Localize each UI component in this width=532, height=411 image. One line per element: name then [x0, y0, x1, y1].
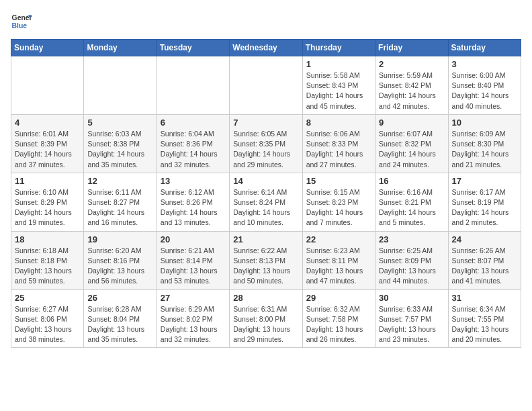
calendar-table: SundayMondayTuesdayWednesdayThursdayFrid…	[11, 39, 521, 348]
calendar-cell: 6Sunrise: 6:04 AM Sunset: 8:36 PM Daylig…	[157, 114, 229, 173]
day-detail: Sunrise: 6:25 AM Sunset: 8:09 PM Dayligh…	[379, 246, 444, 287]
calendar-cell: 1Sunrise: 5:58 AM Sunset: 8:43 PM Daylig…	[302, 56, 375, 115]
calendar-cell: 19Sunrise: 6:20 AM Sunset: 8:16 PM Dayli…	[84, 231, 157, 289]
calendar-cell: 28Sunrise: 6:31 AM Sunset: 8:00 PM Dayli…	[230, 289, 302, 348]
day-detail: Sunrise: 5:59 AM Sunset: 8:42 PM Dayligh…	[379, 71, 444, 111]
day-detail: Sunrise: 6:14 AM Sunset: 8:24 PM Dayligh…	[233, 187, 298, 228]
calendar-cell: 20Sunrise: 6:21 AM Sunset: 8:14 PM Dayli…	[157, 231, 229, 289]
day-detail: Sunrise: 6:04 AM Sunset: 8:36 PM Dayligh…	[161, 129, 226, 170]
calendar-week-3: 11Sunrise: 6:10 AM Sunset: 8:29 PM Dayli…	[11, 173, 521, 231]
day-number: 3	[452, 59, 517, 69]
day-number: 6	[161, 118, 226, 128]
calendar-week-1: 1Sunrise: 5:58 AM Sunset: 8:43 PM Daylig…	[11, 56, 521, 115]
day-number: 24	[452, 234, 517, 244]
day-detail: Sunrise: 6:18 AM Sunset: 8:18 PM Dayligh…	[15, 246, 80, 287]
day-detail: Sunrise: 6:06 AM Sunset: 8:33 PM Dayligh…	[306, 129, 371, 170]
day-detail: Sunrise: 6:17 AM Sunset: 8:19 PM Dayligh…	[452, 187, 517, 228]
day-number: 29	[306, 293, 371, 303]
day-number: 28	[233, 293, 298, 303]
day-number: 5	[87, 118, 152, 128]
day-number: 31	[452, 293, 517, 303]
day-number: 15	[306, 176, 371, 186]
calendar-cell: 12Sunrise: 6:11 AM Sunset: 8:27 PM Dayli…	[84, 173, 157, 231]
calendar-cell: 7Sunrise: 6:05 AM Sunset: 8:35 PM Daylig…	[230, 114, 302, 173]
svg-text:Blue: Blue	[12, 22, 28, 30]
day-detail: Sunrise: 6:01 AM Sunset: 8:39 PM Dayligh…	[15, 129, 80, 170]
day-number: 4	[15, 118, 80, 128]
calendar-cell: 17Sunrise: 6:17 AM Sunset: 8:19 PM Dayli…	[448, 173, 521, 231]
calendar-cell: 8Sunrise: 6:06 AM Sunset: 8:33 PM Daylig…	[302, 114, 375, 173]
day-number: 26	[87, 293, 152, 303]
day-detail: Sunrise: 6:11 AM Sunset: 8:27 PM Dayligh…	[87, 187, 152, 228]
day-detail: Sunrise: 6:32 AM Sunset: 7:58 PM Dayligh…	[306, 304, 371, 345]
calendar-cell	[157, 56, 229, 115]
day-detail: Sunrise: 6:34 AM Sunset: 7:55 PM Dayligh…	[452, 304, 517, 345]
calendar-week-4: 18Sunrise: 6:18 AM Sunset: 8:18 PM Dayli…	[11, 231, 521, 289]
calendar-cell: 21Sunrise: 6:22 AM Sunset: 8:13 PM Dayli…	[230, 231, 302, 289]
day-detail: Sunrise: 6:31 AM Sunset: 8:00 PM Dayligh…	[233, 304, 298, 345]
calendar-cell: 29Sunrise: 6:32 AM Sunset: 7:58 PM Dayli…	[302, 289, 375, 348]
calendar-cell: 27Sunrise: 6:29 AM Sunset: 8:02 PM Dayli…	[157, 289, 229, 348]
day-number: 18	[15, 234, 80, 244]
calendar-cell: 25Sunrise: 6:27 AM Sunset: 8:06 PM Dayli…	[11, 289, 84, 348]
day-number: 2	[379, 59, 444, 69]
day-detail: Sunrise: 6:26 AM Sunset: 8:07 PM Dayligh…	[452, 246, 517, 287]
logo-icon: General Blue	[11, 11, 32, 32]
day-number: 10	[452, 118, 517, 128]
calendar-cell	[11, 56, 84, 115]
day-detail: Sunrise: 6:03 AM Sunset: 8:38 PM Dayligh…	[87, 129, 152, 170]
day-number: 19	[87, 234, 152, 244]
calendar-cell: 18Sunrise: 6:18 AM Sunset: 8:18 PM Dayli…	[11, 231, 84, 289]
day-header-wednesday: Wednesday	[230, 40, 302, 56]
day-number: 1	[306, 59, 371, 69]
day-number: 16	[379, 176, 444, 186]
day-detail: Sunrise: 6:05 AM Sunset: 8:35 PM Dayligh…	[233, 129, 298, 170]
page-header: General Blue	[11, 11, 521, 32]
logo: General Blue	[11, 11, 32, 32]
day-number: 13	[161, 176, 226, 186]
day-detail: Sunrise: 6:22 AM Sunset: 8:13 PM Dayligh…	[233, 246, 298, 287]
day-header-sunday: Sunday	[11, 40, 84, 56]
day-detail: Sunrise: 6:29 AM Sunset: 8:02 PM Dayligh…	[161, 304, 226, 345]
day-number: 8	[306, 118, 371, 128]
day-number: 12	[87, 176, 152, 186]
day-detail: Sunrise: 6:23 AM Sunset: 8:11 PM Dayligh…	[306, 246, 371, 287]
calendar-cell: 15Sunrise: 6:15 AM Sunset: 8:23 PM Dayli…	[302, 173, 375, 231]
day-header-saturday: Saturday	[448, 40, 521, 56]
day-detail: Sunrise: 6:33 AM Sunset: 7:57 PM Dayligh…	[379, 304, 444, 345]
day-number: 11	[15, 176, 80, 186]
day-detail: Sunrise: 6:07 AM Sunset: 8:32 PM Dayligh…	[379, 129, 444, 170]
calendar-cell: 16Sunrise: 6:16 AM Sunset: 8:21 PM Dayli…	[375, 173, 448, 231]
day-header-friday: Friday	[375, 40, 448, 56]
calendar-cell: 3Sunrise: 6:00 AM Sunset: 8:40 PM Daylig…	[448, 56, 521, 115]
day-detail: Sunrise: 6:12 AM Sunset: 8:26 PM Dayligh…	[161, 187, 226, 228]
calendar-cell: 5Sunrise: 6:03 AM Sunset: 8:38 PM Daylig…	[84, 114, 157, 173]
day-header-thursday: Thursday	[302, 40, 375, 56]
day-detail: Sunrise: 6:27 AM Sunset: 8:06 PM Dayligh…	[15, 304, 80, 345]
day-detail: Sunrise: 6:15 AM Sunset: 8:23 PM Dayligh…	[306, 187, 371, 228]
day-detail: Sunrise: 6:10 AM Sunset: 8:29 PM Dayligh…	[15, 187, 80, 228]
day-number: 23	[379, 234, 444, 244]
day-detail: Sunrise: 6:16 AM Sunset: 8:21 PM Dayligh…	[379, 187, 444, 228]
day-number: 14	[233, 176, 298, 186]
calendar-cell: 9Sunrise: 6:07 AM Sunset: 8:32 PM Daylig…	[375, 114, 448, 173]
calendar-cell: 14Sunrise: 6:14 AM Sunset: 8:24 PM Dayli…	[230, 173, 302, 231]
calendar-header-row: SundayMondayTuesdayWednesdayThursdayFrid…	[11, 40, 521, 56]
calendar-cell: 26Sunrise: 6:28 AM Sunset: 8:04 PM Dayli…	[84, 289, 157, 348]
calendar-cell: 13Sunrise: 6:12 AM Sunset: 8:26 PM Dayli…	[157, 173, 229, 231]
calendar-week-5: 25Sunrise: 6:27 AM Sunset: 8:06 PM Dayli…	[11, 289, 521, 348]
calendar-cell	[84, 56, 157, 115]
calendar-cell: 24Sunrise: 6:26 AM Sunset: 8:07 PM Dayli…	[448, 231, 521, 289]
calendar-cell	[230, 56, 302, 115]
calendar-cell: 22Sunrise: 6:23 AM Sunset: 8:11 PM Dayli…	[302, 231, 375, 289]
day-detail: Sunrise: 6:00 AM Sunset: 8:40 PM Dayligh…	[452, 71, 517, 111]
calendar-cell: 10Sunrise: 6:09 AM Sunset: 8:30 PM Dayli…	[448, 114, 521, 173]
calendar-cell: 23Sunrise: 6:25 AM Sunset: 8:09 PM Dayli…	[375, 231, 448, 289]
day-number: 27	[161, 293, 226, 303]
day-number: 17	[452, 176, 517, 186]
calendar-cell: 30Sunrise: 6:33 AM Sunset: 7:57 PM Dayli…	[375, 289, 448, 348]
day-number: 22	[306, 234, 371, 244]
day-number: 30	[379, 293, 444, 303]
calendar-week-2: 4Sunrise: 6:01 AM Sunset: 8:39 PM Daylig…	[11, 114, 521, 173]
day-number: 25	[15, 293, 80, 303]
